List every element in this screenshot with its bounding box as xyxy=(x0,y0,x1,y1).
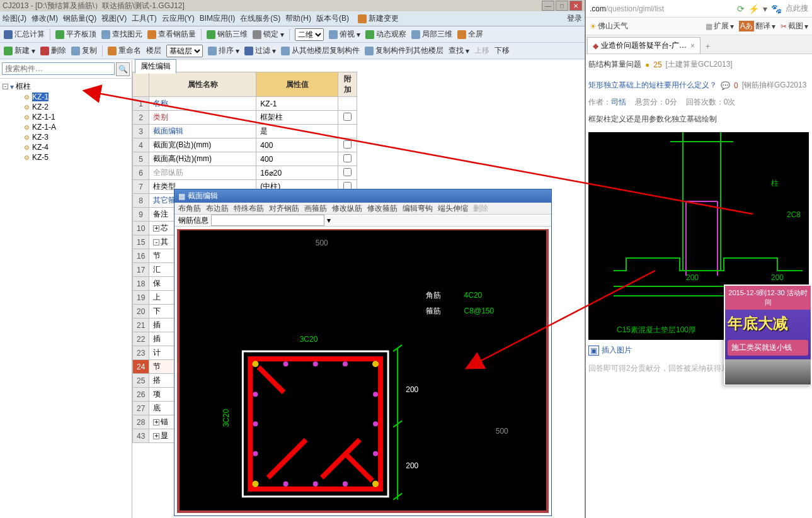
copy-to-floor-button[interactable]: 复制构件到其他楼层 xyxy=(365,45,443,56)
prop-value[interactable]: 400 xyxy=(256,152,338,166)
top-view-button[interactable]: 俯视 ▾ xyxy=(329,29,360,40)
menu-modify[interactable]: 修改(M) xyxy=(31,13,58,24)
prop-value[interactable]: KZ-1 xyxy=(256,97,338,111)
minimize-button[interactable]: — xyxy=(542,1,554,11)
question-tag[interactable]: [钢筋抽样GGJ2013 xyxy=(742,80,807,91)
property-row[interactable]: 3截面编辑是 xyxy=(133,125,357,138)
prop-extra[interactable] xyxy=(338,166,357,180)
maximize-button[interactable]: □ xyxy=(556,1,568,11)
ext-button[interactable]: ▦扩展 ▾ xyxy=(706,21,734,31)
section-canvas[interactable]: 500 500 角筋 4C20 箍筋 C8@150 3C20 3C20 xyxy=(177,229,549,513)
rebar-3d-button[interactable]: 钢筋三维 xyxy=(207,29,248,40)
prop-value[interactable]: 框架柱 xyxy=(256,111,338,125)
prop-extra[interactable] xyxy=(338,97,357,111)
tree-node-kz2[interactable]: ⚙KZ-2 xyxy=(23,102,129,112)
view-mode-select[interactable]: 二维 xyxy=(295,28,324,41)
new-tab-button[interactable]: + xyxy=(700,40,715,53)
filter-button[interactable]: 过滤 ▾ xyxy=(244,45,276,56)
close-button[interactable]: ✕ xyxy=(569,1,582,11)
tree-node-kz3[interactable]: ⚙KZ-3 xyxy=(23,132,129,142)
se-end-extend[interactable]: 端头伸缩 xyxy=(438,203,468,214)
tree-search-button[interactable]: 🔍 xyxy=(116,62,130,76)
se-edge-bar[interactable]: 布边筋 xyxy=(206,203,229,214)
dynamic-view-button[interactable]: 动态观察 xyxy=(365,29,406,40)
menu-draw[interactable]: 绘图(J) xyxy=(3,13,26,24)
tree-node-kz1-a[interactable]: ⚙KZ-1-A xyxy=(23,122,129,132)
prop-extra[interactable] xyxy=(338,111,357,125)
translate-button[interactable]: Aあ翻译 ▾ xyxy=(739,21,775,31)
property-row[interactable]: 1名称KZ-1 xyxy=(133,97,357,111)
lock-button[interactable]: 锁定 ▾ xyxy=(253,29,284,40)
reload-icon[interactable]: ⟳ xyxy=(737,4,745,14)
filter-dropdown-icon[interactable]: ▾ xyxy=(10,82,14,91)
login-link[interactable]: 登录 xyxy=(567,13,582,24)
search-hint[interactable]: 点此搜 xyxy=(786,3,808,14)
se-special-bar[interactable]: 特殊布筋 xyxy=(234,203,264,214)
prop-extra[interactable] xyxy=(338,125,357,138)
rebar-info-input[interactable] xyxy=(211,215,324,226)
author-link[interactable]: 司恬 xyxy=(611,98,626,106)
new-button[interactable]: 新建 ▾ xyxy=(4,45,35,56)
move-up-button[interactable]: 上移 xyxy=(474,45,489,56)
tree-node-kz1-1[interactable]: ⚙KZ-1-1 xyxy=(23,112,129,122)
menu-online[interactable]: 在线服务(S) xyxy=(240,13,280,24)
crumb-category[interactable]: 筋结构算量问题 xyxy=(588,59,641,70)
delete-button[interactable]: 删除 xyxy=(40,45,66,56)
tree-node-kz4[interactable]: ⚙KZ-4 xyxy=(23,142,129,152)
se-edit-hook[interactable]: 编辑弯钩 xyxy=(403,203,433,214)
promo-banner[interactable]: 2015-12-9到12-30 活动时间 年底大减 施工类买就送小钱 xyxy=(724,284,812,385)
expand-toggle[interactable]: + xyxy=(153,419,159,425)
se-delete[interactable]: 删除 xyxy=(473,203,488,214)
dropdown-icon[interactable]: ▾ xyxy=(763,4,767,14)
find-button[interactable]: 查找 ▾ xyxy=(449,45,469,56)
menu-tools[interactable]: 工具(T) xyxy=(132,13,156,24)
section-editor-titlebar[interactable]: ▦ 截面编辑 xyxy=(174,189,551,203)
fullscreen-button[interactable]: 全屏 xyxy=(457,29,483,40)
expand-toggle[interactable]: + xyxy=(153,433,159,439)
prop-value[interactable]: 是 xyxy=(256,125,338,138)
menu-new-change[interactable]: 新建变更 xyxy=(358,13,399,24)
collapse-icon[interactable]: - xyxy=(3,84,8,89)
crumb-tag[interactable]: [土建算量GCL2013] xyxy=(666,59,733,70)
menu-view[interactable]: 视图(V) xyxy=(101,13,127,24)
slab-align-button[interactable]: 平齐板顶 xyxy=(55,29,96,40)
layer-select[interactable]: 基础层 xyxy=(166,45,203,57)
se-align-bar[interactable]: 对齐钢筋 xyxy=(269,203,299,214)
summary-calc-button[interactable]: 汇总计算 xyxy=(4,29,45,40)
property-row[interactable]: 4截面宽(B边)(mm)400 xyxy=(133,138,357,152)
paw-icon[interactable]: 🐾 xyxy=(771,4,782,14)
se-mod-stirrup[interactable]: 修改箍筋 xyxy=(367,203,397,214)
tree-node-kz5[interactable]: ⚙KZ-5 xyxy=(23,152,129,162)
local-3d-button[interactable]: 局部三维 xyxy=(411,29,452,40)
sort-button[interactable]: 排序 ▾ xyxy=(208,45,239,56)
question-title-link[interactable]: 矩形独立基础上的短柱要用什么定义？ xyxy=(588,76,717,94)
browser-tab-active[interactable]: ◆ 业造价问题答疑平台-广联达 × xyxy=(587,37,700,53)
floor-button[interactable]: 楼层 xyxy=(146,45,161,56)
view-rebar-qty-button[interactable]: 查看钢筋量 xyxy=(147,29,196,40)
screenshot-button[interactable]: ✂截图 ▾ xyxy=(781,21,808,31)
menu-help[interactable]: 帮助(H) xyxy=(285,13,311,24)
se-draw-stirrup[interactable]: 画箍筋 xyxy=(304,203,327,214)
lightning-icon[interactable]: ⚡ xyxy=(748,4,759,14)
prop-extra[interactable] xyxy=(338,138,357,152)
menu-rebar[interactable]: 钢筋量(Q) xyxy=(63,13,96,24)
tab-close-icon[interactable]: × xyxy=(690,42,695,50)
url-display[interactable]: .com/question/giml/list xyxy=(590,4,664,13)
tree-root-item[interactable]: - ▾ 框柱 xyxy=(3,81,129,92)
menu-version[interactable]: 版本号(B) xyxy=(316,13,349,24)
menu-bim[interactable]: BIM应用(I) xyxy=(200,13,236,24)
move-down-button[interactable]: 下移 xyxy=(495,45,510,56)
rebar-info-dropdown[interactable]: ▾ xyxy=(327,216,331,225)
se-corner-bar[interactable]: 布角筋 xyxy=(178,203,201,214)
prop-value[interactable]: 16⌀20 xyxy=(256,166,338,180)
rename-button[interactable]: 重命名 xyxy=(108,45,141,56)
tree-node-kz1[interactable]: ⚙KZ-1 xyxy=(23,92,129,102)
prop-extra[interactable] xyxy=(338,152,357,166)
menu-cloud[interactable]: 云应用(Y) xyxy=(162,13,195,24)
favorite-weather[interactable]: ☀佛山天气 xyxy=(590,21,628,31)
se-mod-long[interactable]: 修改纵筋 xyxy=(332,203,362,214)
prop-value[interactable]: 400 xyxy=(256,138,338,152)
copy-from-floor-button[interactable]: 从其他楼层复制构件 xyxy=(281,45,360,56)
copy-button[interactable]: 复制 xyxy=(71,45,97,56)
property-row[interactable]: 6全部纵筋16⌀20 xyxy=(133,166,357,180)
